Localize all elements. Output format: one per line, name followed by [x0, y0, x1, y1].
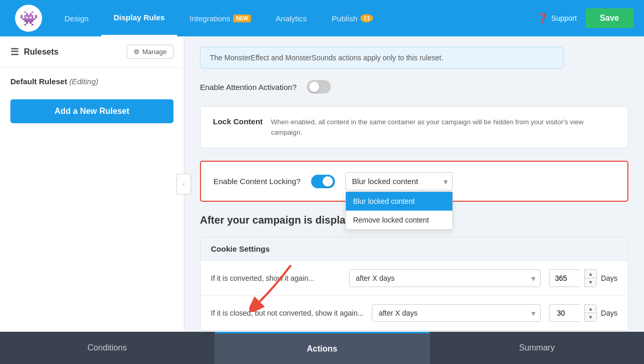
- content-area: The MonsterEffect and MonsterSounds acti…: [184, 36, 644, 332]
- attention-toggle[interactable]: [307, 80, 331, 94]
- locking-row: Enable Content Locking? Blur locked cont…: [213, 172, 615, 190]
- days-closed-input[interactable]: [549, 304, 580, 322]
- monster-logo-icon: 👾: [20, 10, 38, 27]
- nav-item-publish[interactable]: Publish 11: [319, 0, 385, 36]
- nav-right: ❓ Support Save: [537, 8, 634, 28]
- days-converted-wrapper: ▲ ▼ Days: [549, 269, 618, 287]
- locking-dropdown-menu: Blur locked content Remove locked conten…: [345, 191, 453, 230]
- toggle-thumb-on: [323, 176, 333, 187]
- cookie-row-converted: If it is converted, show it again... aft…: [200, 261, 628, 295]
- attention-label: Enable Attention Activation?: [200, 83, 297, 92]
- nav-links: Design Display Rules Integrations NEW An…: [52, 0, 537, 36]
- sidebar-title-area: ☰ Rulesets: [10, 46, 59, 58]
- locking-method-select[interactable]: Blur locked content Remove locked conten…: [345, 172, 453, 190]
- cookie-converted-select[interactable]: after X days: [349, 269, 541, 287]
- logo[interactable]: 👾: [10, 5, 47, 32]
- integrations-badge: NEW: [233, 15, 250, 22]
- info-banner: The MonsterEffect and MonsterSounds acti…: [200, 47, 564, 69]
- lock-content-header: Lock Content When enabled, all content i…: [213, 117, 615, 137]
- toggle-thumb: [309, 82, 319, 92]
- dropdown-item-remove[interactable]: Remove locked content: [346, 211, 452, 229]
- manage-button[interactable]: ⚙ Manage: [127, 45, 173, 59]
- question-icon: ❓: [537, 12, 548, 24]
- days-converted-label: Days: [601, 274, 618, 282]
- cookie-settings-section: Cookie Settings If it is converted, show…: [200, 237, 628, 331]
- lock-content-section: Lock Content When enabled, all content i…: [200, 106, 628, 148]
- sidebar-header: ☰ Rulesets ⚙ Manage: [0, 36, 184, 68]
- tab-conditions[interactable]: Conditions: [0, 332, 215, 364]
- gear-icon: ⚙: [133, 48, 140, 56]
- days-closed-spinner: ▲ ▼: [584, 304, 597, 322]
- attention-setting-row: Enable Attention Activation?: [200, 80, 628, 94]
- days-closed-label: Days: [601, 309, 618, 317]
- nav-item-display-rules[interactable]: Display Rules: [101, 0, 177, 36]
- rulesets-label: Rulesets: [24, 47, 59, 57]
- cookie-closed-label: If it is closed, but not converted, show…: [211, 309, 364, 317]
- cookie-row-closed: If it is closed, but not converted, show…: [200, 295, 628, 330]
- cookie-converted-label: If it is converted, show it again...: [211, 274, 341, 282]
- locking-control-wrapper: Enable Content Locking? Blur locked cont…: [200, 161, 628, 202]
- days-closed-wrapper: ▲ ▼ Days: [549, 304, 618, 322]
- cookie-closed-select-wrapper: after X days ▾: [372, 304, 541, 322]
- tab-actions[interactable]: Actions: [215, 332, 430, 364]
- cookie-converted-select-wrapper: after X days ▾: [349, 269, 541, 287]
- days-converted-spinner: ▲ ▼: [584, 269, 597, 287]
- cookie-settings-header: Cookie Settings: [200, 237, 628, 261]
- lock-content-title: Lock Content: [213, 117, 263, 126]
- add-ruleset-button[interactable]: Add a New Ruleset: [10, 99, 173, 123]
- days-converted-up[interactable]: ▲: [585, 270, 596, 278]
- nav-item-analytics[interactable]: Analytics: [263, 0, 319, 36]
- publish-badge: 11: [360, 14, 373, 22]
- content-locking-toggle[interactable]: [311, 175, 335, 188]
- dropdown-item-blur[interactable]: Blur locked content: [346, 192, 452, 211]
- top-nav: 👾 Design Display Rules Integrations NEW …: [0, 0, 644, 36]
- right-panel: The MonsterEffect and MonsterSounds acti…: [184, 36, 644, 332]
- nav-item-integrations[interactable]: Integrations NEW: [177, 0, 263, 36]
- hamburger-icon: ☰: [10, 46, 19, 58]
- days-converted-input[interactable]: [549, 269, 580, 287]
- days-closed-down[interactable]: ▼: [585, 313, 596, 321]
- support-link[interactable]: ❓ Support: [537, 12, 577, 24]
- main-content: ☰ Rulesets ⚙ Manage Default Ruleset (Edi…: [0, 36, 644, 332]
- sidebar: ☰ Rulesets ⚙ Manage Default Ruleset (Edi…: [0, 36, 184, 332]
- locking-label: Enable Content Locking?: [213, 177, 301, 186]
- cookie-closed-select[interactable]: after X days: [372, 304, 541, 322]
- nav-item-design[interactable]: Design: [52, 0, 101, 36]
- bottom-tabs: Conditions Actions Summary: [0, 332, 644, 364]
- default-ruleset-label: Default Ruleset (Editing): [0, 68, 184, 91]
- save-button[interactable]: Save: [585, 8, 634, 28]
- info-banner-text: The MonsterEffect and MonsterSounds acti…: [210, 54, 444, 62]
- lock-content-description: When enabled, all content in the same co…: [271, 117, 615, 137]
- collapse-sidebar-handle[interactable]: ‹: [177, 174, 191, 194]
- days-closed-up[interactable]: ▲: [585, 305, 596, 313]
- tab-summary[interactable]: Summary: [430, 332, 644, 364]
- locking-select-wrapper: Blur locked content Remove locked conten…: [345, 172, 453, 190]
- days-converted-down[interactable]: ▼: [585, 278, 596, 287]
